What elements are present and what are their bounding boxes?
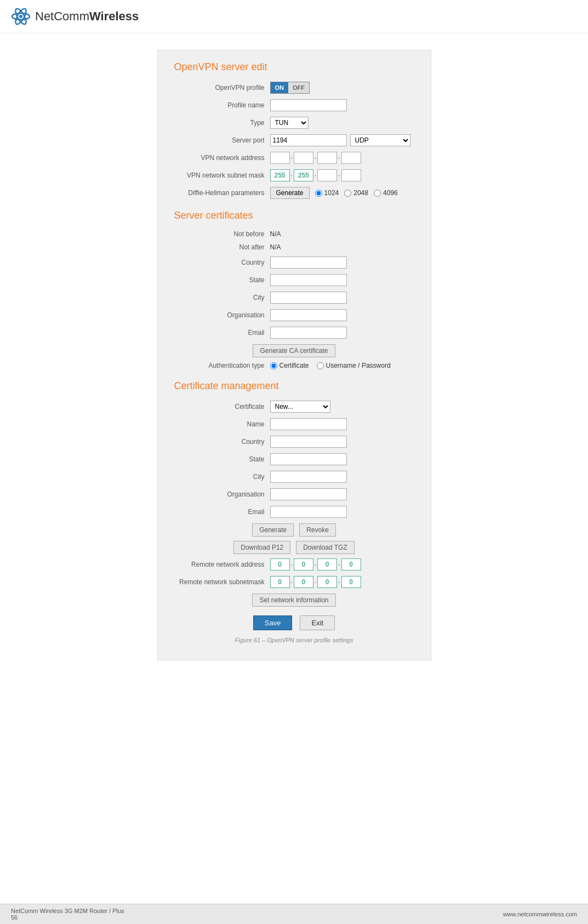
not-before-label: Not before — [174, 230, 270, 238]
set-network-info-button[interactable]: Set network information — [252, 594, 335, 607]
vpn-mask-octet4[interactable] — [341, 169, 361, 181]
state-input[interactable] — [270, 274, 347, 286]
vpn-mask-octet2[interactable] — [294, 169, 313, 181]
server-port-row: Server port UDP TCP — [174, 134, 414, 146]
vpn-subnet-mask-label: VPN network subnet mask — [174, 172, 270, 179]
vpn-subnet-mask-row: VPN network subnet mask · · · — [174, 169, 414, 181]
organisation-input[interactable] — [270, 309, 347, 321]
remote-addr-octet2[interactable] — [294, 558, 313, 571]
auth-username-password-label[interactable]: Username / Password — [317, 362, 391, 369]
vpn-mask-octet3[interactable] — [317, 169, 337, 181]
dh-4096-label[interactable]: 4096 — [374, 189, 398, 197]
footer-product: NetComm Wireless 3G M2M Router / Plus — [11, 908, 124, 914]
city2-label: City — [174, 473, 270, 481]
remote-mask-octet3[interactable] — [317, 576, 337, 588]
server-port-input[interactable] — [270, 134, 347, 146]
state2-input[interactable] — [270, 453, 347, 465]
email2-input[interactable] — [270, 506, 347, 518]
remote-mask-octet2[interactable] — [294, 576, 313, 588]
certificate-label: Certificate — [174, 403, 270, 410]
main-content: OpenVPN server edit OpenVPN profile ON O… — [0, 33, 588, 677]
organisation-row: Organisation — [174, 309, 414, 321]
vpn-addr-octet1[interactable] — [270, 152, 290, 164]
toggle-on-button[interactable]: ON — [270, 82, 289, 94]
vpn-network-address-label: VPN network address — [174, 154, 270, 162]
vpn-network-address-row: VPN network address · · · — [174, 152, 414, 164]
vpn-mask-octet1[interactable] — [270, 169, 290, 181]
city2-row: City — [174, 471, 414, 483]
type-row: Type TUN TAP — [174, 117, 414, 129]
country2-label: Country — [174, 438, 270, 446]
city2-input[interactable] — [270, 471, 347, 483]
auth-type-row: Authentication type Certificate Username… — [174, 362, 414, 369]
vpn-addr-octet3[interactable] — [317, 152, 337, 164]
protocol-select[interactable]: UDP TCP — [350, 134, 410, 146]
download-tgz-button[interactable]: Download TGZ — [296, 541, 354, 554]
name-label: Name — [174, 420, 270, 428]
certificate-select[interactable]: New... Existing... — [270, 401, 330, 413]
openvpn-profile-row: OpenVPN profile ON OFF — [174, 82, 414, 94]
remote-subnetmask-ip-group: · · · — [270, 576, 361, 588]
footer: NetComm Wireless 3G M2M Router / Plus 56… — [0, 904, 588, 924]
country2-input[interactable] — [270, 436, 347, 448]
remote-mask-octet4[interactable] — [341, 576, 361, 588]
organisation2-row: Organisation — [174, 488, 414, 500]
city-row: City — [174, 292, 414, 304]
auth-username-password-radio[interactable] — [317, 362, 324, 369]
city-label: City — [174, 294, 270, 301]
dh-4096-text: 4096 — [383, 189, 398, 197]
remote-addr-octet3[interactable] — [317, 558, 337, 571]
dh-generate-button[interactable]: Generate — [270, 187, 310, 199]
not-after-value: N/A — [270, 243, 281, 251]
dh-1024-radio[interactable] — [315, 190, 322, 197]
state-label: State — [174, 276, 270, 284]
dh-1024-label[interactable]: 1024 — [315, 189, 339, 197]
type-select[interactable]: TUN TAP — [270, 117, 309, 129]
organisation2-input[interactable] — [270, 488, 347, 500]
save-button[interactable]: Save — [253, 615, 293, 630]
dh-2048-label[interactable]: 2048 — [344, 189, 368, 197]
port-group: UDP TCP — [270, 134, 410, 146]
auth-certificate-radio[interactable] — [270, 362, 277, 369]
remote-addr-octet1[interactable] — [270, 558, 290, 571]
profile-name-input[interactable] — [270, 99, 347, 111]
not-after-label: Not after — [174, 243, 270, 251]
email-input[interactable] — [270, 327, 347, 339]
remote-network-address-row: Remote network address · · · — [174, 558, 414, 571]
exit-button[interactable]: Exit — [300, 615, 335, 630]
download-row: Download P12 Download TGZ — [174, 541, 414, 554]
dh-2048-text: 2048 — [353, 189, 368, 197]
vpn-subnet-ip-group: · · · — [270, 169, 361, 181]
auth-type-label: Authentication type — [174, 362, 270, 369]
certificate-row: Certificate New... Existing... — [174, 401, 414, 413]
auth-certificate-label[interactable]: Certificate — [270, 362, 309, 369]
not-before-value: N/A — [270, 230, 281, 238]
city-input[interactable] — [270, 292, 347, 304]
dh-4096-radio[interactable] — [374, 190, 381, 197]
toggle-off-button[interactable]: OFF — [288, 82, 310, 94]
country-input[interactable] — [270, 256, 347, 269]
state-row: State — [174, 274, 414, 286]
generate-ca-button[interactable]: Generate CA certificate — [253, 344, 335, 357]
section1-title: OpenVPN server edit — [174, 61, 414, 73]
country-row: Country — [174, 256, 414, 269]
country-label: Country — [174, 259, 270, 266]
remote-subnetmask-label: Remote network subnetmask — [174, 578, 270, 586]
profile-name-row: Profile name — [174, 99, 414, 111]
state2-row: State — [174, 453, 414, 465]
server-port-label: Server port — [174, 136, 270, 144]
header: NetCommWireless — [0, 0, 588, 33]
remote-addr-octet4[interactable] — [341, 558, 361, 571]
vpn-addr-octet4[interactable] — [341, 152, 361, 164]
download-p12-button[interactable]: Download P12 — [233, 541, 290, 554]
remote-network-address-label: Remote network address — [174, 561, 270, 568]
remote-mask-octet1[interactable] — [270, 576, 290, 588]
vpn-addr-octet2[interactable] — [294, 152, 313, 164]
dh-2048-radio[interactable] — [344, 190, 351, 197]
vpn-network-address-ip-group: · · · — [270, 152, 361, 164]
name-input[interactable] — [270, 418, 347, 430]
organisation-label: Organisation — [174, 311, 270, 319]
email2-label: Email — [174, 508, 270, 516]
generate-button[interactable]: Generate — [252, 523, 294, 537]
revoke-button[interactable]: Revoke — [299, 523, 336, 537]
